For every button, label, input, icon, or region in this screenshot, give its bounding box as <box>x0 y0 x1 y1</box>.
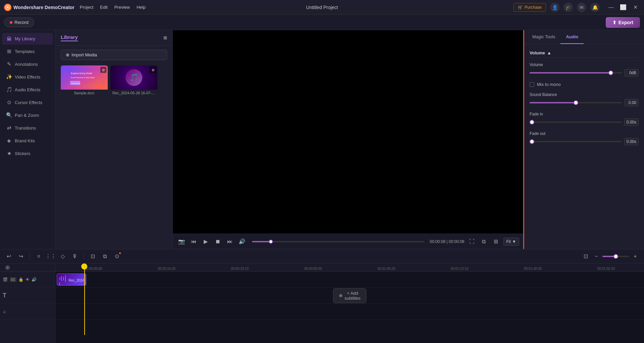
window-controls: — ⬜ ✕ <box>606 3 640 12</box>
sidebar-item-brand-kits[interactable]: ◈ Brand Kits <box>2 135 53 147</box>
zoom-out-button[interactable]: − <box>592 252 601 261</box>
purchase-button[interactable]: 🛒 Purchase <box>513 3 546 12</box>
sound-balance-slider[interactable] <box>530 102 622 103</box>
tab-magic-tools[interactable]: Magic Tools <box>527 30 560 44</box>
record-voice-button[interactable]: 🎙 <box>70 252 80 261</box>
trim-button[interactable]: ⌗ <box>34 252 43 261</box>
media-item-sample[interactable]: Explore Every Detail Screen Recorder & V… <box>61 65 108 96</box>
fade-out-row: Fade out 0.00s <box>530 131 639 145</box>
visibility-icon[interactable]: 👁 <box>26 277 30 282</box>
progress-thumb[interactable] <box>269 240 273 244</box>
zoom-fit-button[interactable]: ⊡ <box>581 252 590 261</box>
volume-button[interactable]: 🔊 <box>237 237 247 246</box>
add-subtitle-button[interactable]: ⊕ + Add subtitles <box>333 288 366 303</box>
menu-help[interactable]: Help <box>137 5 146 10</box>
graduation-icon[interactable]: 🎓 <box>563 3 573 12</box>
fade-in-label: Fade in <box>530 112 639 116</box>
record-button[interactable]: Record <box>4 17 34 27</box>
menu-project[interactable]: Project <box>80 5 93 10</box>
audio-toggle-icon[interactable]: 🔊 <box>32 277 37 282</box>
sidebar-item-cursor-effects[interactable]: ⊙ Cursor Effects <box>2 96 53 108</box>
sound-balance-fill <box>530 102 576 103</box>
preview-progress-bar[interactable] <box>252 241 425 242</box>
audio-waveform-icon: ♫ <box>3 309 6 314</box>
fade-in-value[interactable]: 0.00s <box>624 118 639 126</box>
video-clip[interactable]: Rec_2024 <box>57 274 86 286</box>
fade-out-slider[interactable] <box>530 141 622 142</box>
screenshot-button[interactable]: 📷 <box>177 237 186 246</box>
fade-out-thumb[interactable] <box>530 139 534 144</box>
playhead[interactable] <box>84 263 85 335</box>
volume-thumb[interactable] <box>608 70 613 75</box>
fit-dropdown[interactable]: Fit ▼ <box>503 238 519 246</box>
media-item-rec[interactable]: 🎵 ⊞ Rec_2024-05-28 16-07-44.m4a <box>110 65 157 96</box>
marker-button[interactable]: ◇ <box>58 252 67 261</box>
lock-icon[interactable]: 🔒 <box>18 277 23 282</box>
redo-button[interactable]: ↪ <box>16 252 26 261</box>
import-media-button[interactable]: ⊕ Import Media <box>61 50 167 60</box>
add-track-button[interactable]: ⊕ <box>3 263 12 272</box>
undo-button[interactable]: ↩ <box>4 252 13 261</box>
export-button[interactable]: ⬆ Export <box>606 17 640 28</box>
split-button[interactable]: ⋮⋮ <box>46 252 55 261</box>
maximize-button[interactable]: ⬜ <box>618 3 628 12</box>
zoom-thumb[interactable] <box>613 254 618 259</box>
fullscreen-button[interactable]: ⛶ <box>467 237 477 246</box>
volume-value[interactable]: 0dB <box>625 69 639 77</box>
sidebar-item-templates[interactable]: ⊞ Templates <box>2 45 53 57</box>
sidebar-item-transitions[interactable]: ⇄ Transitions <box>2 122 53 134</box>
zoom-in-button[interactable]: + <box>631 252 640 261</box>
sidebar-item-annotations[interactable]: ✎ Annotations <box>2 58 53 70</box>
stop-button[interactable]: ⏹ <box>213 237 222 246</box>
minimize-button[interactable]: — <box>606 3 616 12</box>
preview-controls: 📷 ⏮ ▶ ⏹ ⏭ 🔊 00:00:08 | 00:00:08 ⛶ ⧉ ⊞ Fi… <box>173 234 523 249</box>
fade-in-slider[interactable] <box>530 121 622 123</box>
timeline-labels: ⊕ 🎬 01 🔒 👁 🔊 T ♫ <box>0 263 55 343</box>
sidebar-item-video-effects[interactable]: ✨ Video Effects <box>2 71 53 83</box>
toolbar-divider-1 <box>30 253 30 260</box>
sidebar-item-pan-zoom[interactable]: 🔍 Pan & Zoom <box>2 109 53 121</box>
volume-title-text: Volume <box>530 50 545 55</box>
close-button[interactable]: ✕ <box>631 3 640 12</box>
sound-balance-thumb[interactable] <box>574 100 578 105</box>
timeline-toolbar: ↩ ↪ ⌗ ⋮⋮ ◇ 🎙 ⊡ ⧉ ⊙ ⊡ − + <box>0 249 644 263</box>
group-button[interactable]: ⧉ <box>100 252 109 261</box>
menu-preview[interactable]: Preview <box>114 5 130 10</box>
video-track-row: Rec_2024 <box>55 272 644 288</box>
caption-button[interactable]: ⊡ <box>88 252 97 261</box>
ruler-spacer: ⊕ <box>0 263 55 272</box>
expand-button[interactable]: ⊞ <box>491 237 501 246</box>
zoom-slider[interactable] <box>602 256 629 257</box>
menu-edit[interactable]: Edit <box>100 5 107 10</box>
library-tab[interactable]: Library <box>61 34 78 41</box>
user-avatar[interactable]: 👤 <box>550 3 559 12</box>
volume-slider[interactable] <box>530 72 622 74</box>
rewind-button[interactable]: ⏮ <box>189 237 198 246</box>
fast-forward-button[interactable]: ⏭ <box>225 237 235 246</box>
sidebar-item-audio-effects[interactable]: 🎵 Audio Effects <box>2 84 53 96</box>
sidebar-item-transitions-label: Transitions <box>15 126 36 131</box>
record-label: Record <box>14 20 29 25</box>
clip-label: Rec_2024 <box>68 279 84 282</box>
menu-bar: Project Edit Preview Help <box>80 5 508 10</box>
sidebar-item-stickers[interactable]: ★ Stickers <box>2 147 53 159</box>
notification-icon[interactable]: 🔔 <box>590 3 600 12</box>
fade-in-thumb[interactable] <box>530 120 534 125</box>
fade-out-slider-row: 0.00s <box>530 138 639 145</box>
fade-out-value[interactable]: 0.00s <box>624 138 639 145</box>
mix-to-mono-checkbox[interactable] <box>530 82 534 87</box>
sound-balance-value[interactable]: 0.00 <box>625 99 639 106</box>
right-panel-tabs: Magic Tools Audio <box>524 30 644 44</box>
play-button[interactable]: ▶ <box>201 237 210 246</box>
fade-out-label: Fade out <box>530 131 639 136</box>
highlight-button[interactable]: ⊙ <box>112 252 121 261</box>
sidebar-item-my-library[interactable]: 🏛 My Library <box>2 33 53 45</box>
tab-audio[interactable]: Audio <box>560 30 584 44</box>
mail-icon[interactable]: ✉ <box>577 3 586 12</box>
text-track-t: T <box>3 292 6 299</box>
purchase-label: Purchase <box>525 5 542 10</box>
timeline-tracks: 00:00:00:00 00:00:16:20 00:00:33:10 00:0… <box>55 263 644 343</box>
crop-button[interactable]: ⧉ <box>479 237 489 246</box>
filter-icon[interactable]: ⊞ <box>163 35 167 40</box>
playhead-marker[interactable]: ⋮ <box>81 263 87 270</box>
